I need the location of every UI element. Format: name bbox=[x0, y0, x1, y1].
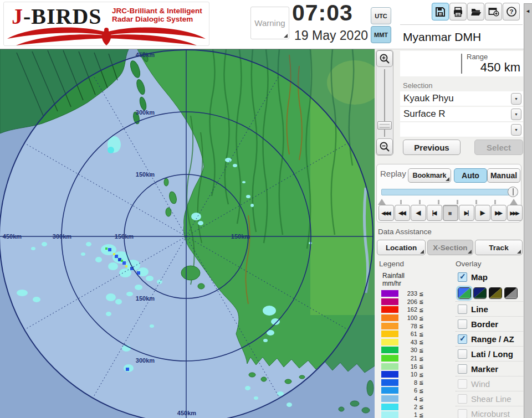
play-back-button[interactable]: ◀ bbox=[411, 205, 426, 221]
svg-text:450km: 450km bbox=[136, 51, 155, 58]
timeline-tick bbox=[438, 200, 439, 204]
stop-button[interactable]: ■ bbox=[443, 205, 458, 221]
overlay-item-lati-long[interactable]: Lati / Long bbox=[456, 346, 523, 361]
auto-mode-button[interactable]: Auto bbox=[454, 168, 487, 183]
print-button[interactable] bbox=[449, 3, 467, 20]
overlay-item-shear-line: Shear Line bbox=[456, 391, 523, 406]
mmt-button[interactable]: MMT bbox=[371, 26, 391, 43]
svg-text:450km: 450km bbox=[3, 233, 22, 240]
chevron-down-icon[interactable]: ▼ bbox=[511, 109, 521, 120]
legend-row: 100≦ bbox=[375, 314, 452, 322]
overlay-options: Map Line Border Range / AZ bbox=[456, 270, 523, 418]
open-folder-icon bbox=[470, 7, 482, 17]
range-label: Range bbox=[467, 53, 488, 61]
checkbox-checked-icon[interactable] bbox=[458, 334, 467, 344]
map-style-dark-button[interactable] bbox=[473, 287, 487, 299]
legend-row: 233≦ bbox=[375, 290, 452, 298]
eagle-icon bbox=[6, 24, 207, 46]
jbirds-app: J-BIRDS JRC-Brilliant & Intelligent Rada… bbox=[0, 0, 532, 418]
site-dropdown[interactable]: Kyauk Phyu ▼ bbox=[400, 91, 523, 106]
legend-row: 162≦ bbox=[375, 306, 452, 314]
legend-swatch bbox=[381, 363, 398, 370]
utc-button[interactable]: UTC bbox=[371, 7, 391, 24]
chevron-down-icon[interactable]: ▼ bbox=[511, 124, 521, 136]
replay-timeline-thumb[interactable] bbox=[508, 187, 518, 197]
clock-date: 19 May 2020 bbox=[294, 28, 368, 43]
zoom-out-icon bbox=[379, 141, 390, 152]
control-panel: Range 450 km Selection Kyauk Phyu ▼ Surf… bbox=[375, 49, 524, 418]
overlay-item-wind: Wind bbox=[456, 376, 523, 391]
map-zoom-control bbox=[376, 50, 393, 156]
skip-start-button[interactable]: ◀◀◀ bbox=[378, 205, 394, 221]
zoom-in-icon bbox=[379, 53, 390, 64]
fast-forward-button[interactable]: ▶▶ bbox=[491, 205, 507, 221]
save-button[interactable] bbox=[432, 3, 449, 20]
selection-label: Selection bbox=[403, 81, 432, 90]
warning-button[interactable]: Warning bbox=[250, 7, 289, 39]
track-button[interactable]: Track bbox=[475, 240, 523, 255]
replay-timeline-track[interactable] bbox=[381, 189, 518, 195]
product-dropdown[interactable]: Surface R ▼ bbox=[400, 107, 523, 122]
replay-panel: Replay Bookmark Auto Manual ◀◀◀ ◀◀ ◀ |◀ … bbox=[376, 164, 521, 223]
range-display: Range 450 km bbox=[400, 51, 523, 76]
timeline-end-marker[interactable] bbox=[510, 199, 518, 205]
chevron-down-icon[interactable]: ▼ bbox=[511, 93, 521, 105]
play-back-icon: ◀ bbox=[416, 209, 420, 216]
overlay-item-map[interactable]: Map bbox=[456, 270, 523, 285]
legend-swatch bbox=[381, 355, 398, 362]
overlay-item-border[interactable]: Border bbox=[456, 316, 523, 331]
zoom-out-button[interactable] bbox=[376, 138, 393, 155]
step-forward-button[interactable]: ▶| bbox=[459, 205, 474, 221]
map-style-terrain-button[interactable] bbox=[458, 287, 471, 299]
product-dropdown-value: Surface R bbox=[403, 109, 446, 120]
map-style-gray-button[interactable] bbox=[504, 287, 518, 299]
svg-text:150km: 150km bbox=[136, 171, 155, 178]
legend-swatch bbox=[381, 306, 398, 313]
map-style-olive-button[interactable] bbox=[489, 287, 502, 299]
overlay-item-marker[interactable]: Marker bbox=[456, 361, 523, 376]
legend-swatch bbox=[381, 347, 398, 353]
zoom-slider-thumb[interactable] bbox=[377, 121, 392, 130]
timeline-tick bbox=[400, 200, 402, 204]
timeline-start-marker[interactable] bbox=[378, 199, 386, 205]
legend-swatch bbox=[381, 371, 398, 378]
select-button[interactable]: Select bbox=[474, 140, 523, 155]
legend-swatch bbox=[381, 411, 398, 418]
logo-tagline: JRC-Brilliant & Intelligent Radar Dialog… bbox=[112, 7, 202, 23]
previous-button[interactable]: Previous bbox=[403, 140, 461, 155]
data-assistance-label: Data Assistance bbox=[378, 228, 432, 236]
option-dropdown[interactable]: ▼ bbox=[400, 122, 523, 137]
legend-swatch bbox=[381, 404, 398, 410]
help-icon: ? bbox=[506, 6, 517, 17]
manual-mode-button[interactable]: Manual bbox=[487, 168, 520, 183]
checkbox-icon[interactable] bbox=[458, 305, 467, 314]
checkbox-icon[interactable] bbox=[458, 349, 467, 359]
timeline-tick bbox=[457, 200, 458, 204]
checkbox-icon[interactable] bbox=[458, 364, 467, 374]
site-dropdown-value: Kyauk Phyu bbox=[403, 93, 454, 104]
checkbox-checked-icon[interactable] bbox=[458, 272, 467, 282]
fast-rewind-button[interactable]: ◀◀ bbox=[395, 205, 410, 221]
legend-swatch bbox=[381, 298, 398, 305]
save-icon bbox=[435, 7, 446, 17]
skip-start-icon: ◀◀◀ bbox=[382, 210, 390, 216]
xsection-button[interactable]: X-Section bbox=[427, 240, 473, 255]
location-button[interactable]: Location bbox=[377, 240, 426, 255]
panel-collapse-strip[interactable]: ◄ bbox=[524, 3, 532, 418]
help-button[interactable]: ? bbox=[503, 3, 520, 20]
checkbox-icon[interactable] bbox=[458, 319, 467, 329]
legend-row: 2≦ bbox=[375, 402, 452, 411]
play-button[interactable]: ▶ bbox=[475, 205, 490, 221]
radar-map[interactable]: 450km 300km 150km 150km 300km 450km 450k… bbox=[0, 49, 375, 418]
play-icon: ▶ bbox=[480, 209, 484, 216]
bookmark-button[interactable]: Bookmark bbox=[408, 168, 451, 183]
overlay-item-range-az[interactable]: Range / AZ bbox=[456, 331, 523, 346]
step-back-button[interactable]: |◀ bbox=[427, 205, 442, 221]
open-folder-button[interactable] bbox=[467, 3, 484, 20]
capture-add-button[interactable] bbox=[485, 3, 502, 20]
overlay-item-line[interactable]: Line bbox=[456, 301, 523, 316]
zoom-in-button[interactable] bbox=[376, 50, 393, 67]
skip-end-button[interactable]: ▶▶▶ bbox=[507, 205, 523, 221]
collapse-arrow-icon[interactable]: ◄ bbox=[525, 8, 530, 14]
legend-row: 1≦ bbox=[375, 411, 452, 418]
